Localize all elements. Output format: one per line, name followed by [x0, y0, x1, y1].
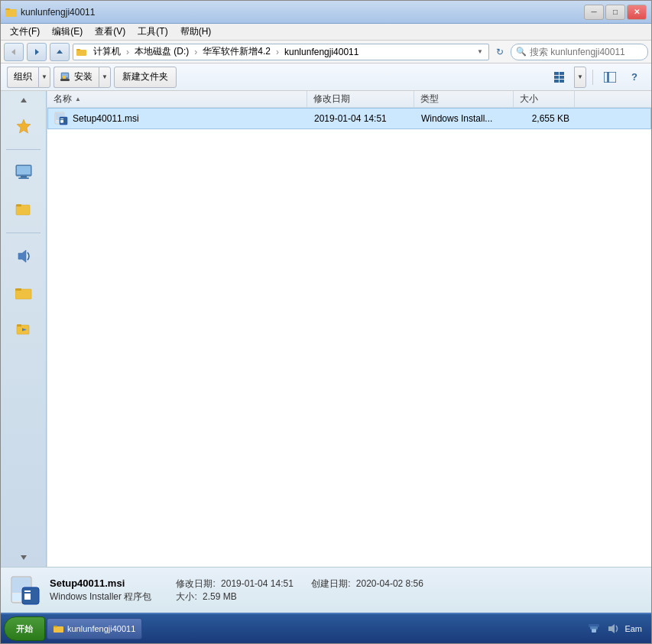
install-icon — [60, 72, 71, 83]
sound-tray-icon — [606, 623, 618, 635]
status-bar: Setup40011.msi Windows Installer 程序包 修改日… — [1, 567, 651, 613]
table-row[interactable]: i Setup40011.msi 2019-01-04 14:51 Window… — [47, 108, 651, 129]
status-filetype: Windows Installer 程序包 — [50, 590, 151, 603]
network-tray-icon — [588, 623, 600, 635]
new-folder-button[interactable]: 新建文件夹 — [114, 67, 177, 88]
scroll-down-icon[interactable] — [20, 555, 28, 561]
sidebar-shortcut[interactable] — [7, 313, 41, 346]
pane-toggle-button[interactable] — [599, 68, 621, 86]
path-sep-3: › — [276, 47, 279, 57]
path-current[interactable]: kunlunfengji40011 — [281, 46, 362, 58]
svg-rect-47 — [24, 594, 31, 600]
svg-rect-26 — [16, 204, 21, 207]
minimize-button[interactable]: ─ — [584, 5, 604, 20]
organize-button[interactable]: 组织 — [7, 67, 38, 88]
svg-rect-10 — [63, 76, 66, 79]
col-header-name[interactable]: 名称 ▲ — [47, 91, 307, 107]
svg-rect-1 — [5, 8, 10, 10]
svg-rect-9 — [60, 79, 70, 81]
file-size-cell: 2,655 KB — [514, 109, 576, 128]
svg-rect-52 — [589, 624, 599, 627]
sidebar — [1, 91, 47, 567]
address-dropdown[interactable]: ▼ — [475, 47, 485, 57]
folder-icon — [5, 6, 18, 18]
col-header-date[interactable]: 修改日期 — [307, 91, 414, 107]
arrow-icon — [15, 320, 33, 339]
svg-rect-6 — [76, 49, 80, 50]
path-folder[interactable]: 华军软件新增4.2 — [199, 44, 274, 59]
close-button[interactable]: ✕ — [627, 5, 647, 20]
menu-help[interactable]: 帮助(H) — [174, 24, 218, 40]
file-type-cell: Windows Install... — [415, 109, 514, 128]
search-input[interactable] — [530, 47, 644, 57]
title-bar: kunlunfengji40011 ─ □ ✕ — [1, 1, 651, 24]
refresh-button[interactable]: ↻ — [492, 44, 508, 60]
sidebar-folder[interactable] — [7, 276, 41, 310]
help-button[interactable]: ? — [624, 68, 645, 86]
organize-dropdown[interactable]: ▼ — [38, 67, 50, 88]
svg-rect-12 — [560, 72, 564, 75]
svg-rect-41 — [60, 120, 63, 123]
start-button[interactable]: 开始 — [4, 616, 45, 641]
path-sep-2: › — [194, 47, 197, 57]
install-btn-group: 安装 ▼ — [54, 67, 111, 88]
yellow-folder-icon — [15, 284, 33, 302]
status-filename: Setup40011.msi — [50, 577, 151, 589]
view-dropdown[interactable]: ▼ — [574, 67, 586, 88]
svg-marker-20 — [17, 119, 31, 133]
created-date: 2020-04-02 8:56 — [356, 578, 423, 589]
svg-rect-11 — [554, 72, 559, 75]
view-toggle-button[interactable] — [550, 68, 571, 86]
menu-edit[interactable]: 编辑(E) — [46, 24, 89, 40]
maximize-button[interactable]: □ — [605, 5, 625, 20]
help-icon: ? — [631, 71, 637, 83]
address-folder-icon — [76, 47, 87, 57]
menu-tools[interactable]: 工具(T) — [131, 24, 174, 40]
taskbar-clock: Eam — [624, 624, 642, 633]
status-file-icon — [10, 575, 41, 606]
svg-rect-46 — [24, 590, 31, 592]
svg-marker-27 — [18, 250, 26, 262]
toolbar-separator — [592, 70, 593, 85]
svg-rect-23 — [21, 176, 27, 177]
menu-file[interactable]: 文件(F) — [4, 24, 46, 40]
path-drive[interactable]: 本地磁盘 (D:) — [131, 44, 192, 59]
sidebar-divider-2 — [6, 233, 41, 233]
modified-label: 修改日期: — [176, 578, 215, 589]
menu-bar: 文件(F) 编辑(E) 查看(V) 工具(T) 帮助(H) — [1, 24, 651, 41]
file-list-body: i Setup40011.msi 2019-01-04 14:51 Window… — [47, 108, 651, 567]
sidebar-network[interactable] — [7, 193, 41, 226]
view-icon — [554, 72, 566, 83]
col-header-type[interactable]: 类型 — [414, 91, 514, 107]
size-value: 2.59 MB — [203, 591, 237, 602]
forward-button[interactable] — [27, 43, 47, 61]
taskbar-app-button[interactable]: kunlunfengji40011 — [47, 618, 142, 639]
scroll-up-icon[interactable] — [20, 97, 28, 103]
path-sep-1: › — [126, 47, 129, 57]
sidebar-computer[interactable] — [7, 156, 41, 190]
menu-view[interactable]: 查看(V) — [89, 24, 131, 40]
svg-rect-15 — [554, 80, 559, 83]
sidebar-media[interactable] — [7, 239, 41, 273]
address-bar[interactable]: 计算机 › 本地磁盘 (D:) › 华军软件新增4.2 › kunlunfeng… — [73, 44, 489, 60]
up-button[interactable] — [50, 43, 70, 61]
svg-rect-29 — [15, 288, 21, 291]
computer-icon — [15, 164, 33, 182]
star-icon — [15, 117, 33, 135]
taskbar-tray: Eam — [582, 623, 648, 635]
install-button[interactable]: 安装 — [54, 67, 99, 88]
col-header-size[interactable]: 大小 — [514, 91, 575, 107]
title-controls: ─ □ ✕ — [584, 5, 647, 20]
back-button[interactable] — [4, 43, 24, 61]
svg-rect-16 — [560, 80, 564, 83]
path-computer[interactable]: 计算机 — [90, 44, 124, 59]
svg-rect-24 — [18, 177, 29, 179]
explorer-window: kunlunfengji40011 ─ □ ✕ 文件(F) 编辑(E) 查看(V… — [0, 0, 652, 644]
toolbar: 组织 ▼ 安装 ▼ 新建文件夹 — [1, 63, 651, 91]
created-label: 创建日期: — [311, 578, 350, 589]
install-dropdown[interactable]: ▼ — [99, 67, 111, 88]
taskbar: 开始 kunlunfengji40011 Eam — [1, 613, 651, 643]
svg-marker-4 — [57, 50, 63, 54]
file-list-header: 名称 ▲ 修改日期 类型 大小 — [47, 91, 651, 108]
sidebar-favorites[interactable] — [7, 109, 41, 143]
